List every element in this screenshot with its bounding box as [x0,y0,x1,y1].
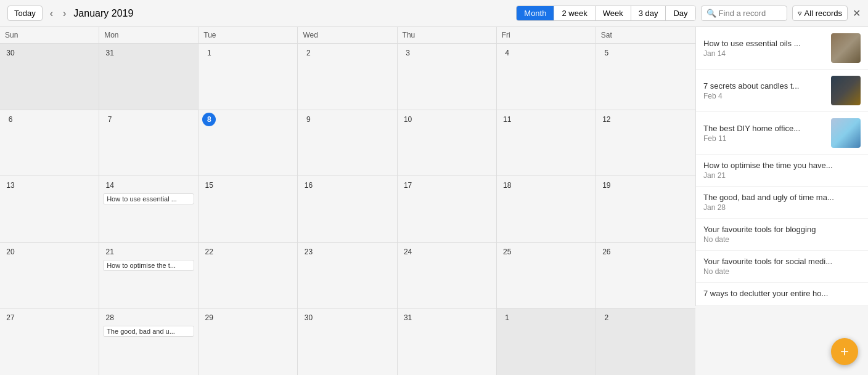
calendar-cell[interactable]: 28The good, bad and u... [99,308,199,375]
tab-2week[interactable]: 2 week [554,6,595,20]
sidebar-item-info: The best DIY home office...Feb 11 [703,124,825,143]
cell-number: 26 [600,245,613,259]
cell-number: 5 [600,46,613,60]
calendar-cell[interactable]: 30 [298,308,397,375]
calendar-cell[interactable]: 2 [596,308,695,375]
calendar-cell[interactable]: 20 [0,243,99,308]
sidebar-item-date: Jan 14 [703,49,825,58]
calendar-cell[interactable]: 4 [497,44,596,110]
sidebar-item-thumbnail [831,33,861,63]
calendar-cell[interactable]: 15 [199,176,298,242]
cell-number: 22 [202,245,216,259]
filter-label: All records [805,9,842,18]
calendar-cell[interactable]: 9 [298,110,397,176]
cell-number: 21 [103,245,117,259]
cell-number: 24 [401,245,415,259]
sidebar-item[interactable]: The good, bad and ugly of time ma...Jan … [696,187,868,219]
sidebar: How to use essential oils ...Jan 147 sec… [695,27,868,306]
calendar-cell[interactable]: 30 [0,44,99,110]
cell-number: 17 [401,179,415,192]
sidebar-item[interactable]: The best DIY home office...Feb 11 [696,112,868,155]
day-header-fri: Fri [497,27,596,43]
calendar-cell[interactable]: 10 [398,110,497,176]
calendar-cell[interactable]: 24 [398,243,497,308]
day-headers: Sun Mon Tue Wed Thu Fri Sat [0,27,695,44]
calendar-cell[interactable]: 31 [398,308,497,375]
prev-nav-button[interactable]: ‹ [47,7,55,20]
sidebar-item[interactable]: Your favourite tools for social medi...N… [696,251,868,283]
sidebar-item[interactable]: How to use essential oils ...Jan 14 [696,27,868,70]
calendar-cell[interactable]: 13 [0,176,99,242]
cell-number: 7 [103,113,117,126]
calendar-cell[interactable]: 23 [298,243,397,308]
calendar-cell[interactable]: 3 [398,44,497,110]
calendar-cell[interactable]: 17 [398,176,497,242]
tab-week[interactable]: Week [596,6,631,20]
cell-number: 28 [103,311,117,325]
day-header-wed: Wed [298,27,397,43]
cell-number: 6 [4,113,17,126]
cell-number: 23 [301,245,315,259]
event-pill[interactable]: How to use essential ... [103,193,194,204]
filter-icon: ▿ [798,9,802,18]
close-button[interactable]: ✕ [853,7,861,19]
calendar-cell[interactable]: 29 [199,308,298,375]
calendar-cell[interactable]: 7 [99,110,199,176]
calendar-cell[interactable]: 21How to optimise the t... [99,243,199,308]
sidebar-item[interactable]: 7 ways to declutter your entire ho... [696,283,868,306]
event-pill[interactable]: The good, bad and u... [103,326,194,337]
cell-number: 2 [301,46,315,60]
calendar-cell[interactable]: 1 [199,44,298,110]
tab-3day[interactable]: 3 day [631,6,666,20]
day-header-tue: Tue [199,27,298,43]
sidebar-item[interactable]: Your favourite tools for bloggingNo date [696,219,868,251]
cell-number: 29 [202,311,216,325]
calendar-cell[interactable]: 26 [596,243,695,308]
calendar-cell[interactable]: 5 [596,44,695,110]
calendar-cell[interactable]: 31 [99,44,199,110]
event-pill[interactable]: How to optimise the t... [103,260,194,271]
calendar-cell[interactable]: 1 [497,308,596,375]
calendar-cell[interactable]: 16 [298,176,397,242]
sidebar-item-info: The good, bad and ugly of time ma...Jan … [703,193,861,212]
search-input[interactable] [719,9,780,18]
filter-button[interactable]: ▿ All records [792,6,848,21]
calendar-cell[interactable]: 18 [497,176,596,242]
sidebar-item[interactable]: How to optimise the time you have...Jan … [696,155,868,187]
calendar-cell[interactable]: 2 [298,44,397,110]
sidebar-item-info: 7 ways to declutter your entire ho... [703,289,861,299]
cell-number: 31 [401,311,415,325]
tab-day[interactable]: Day [666,6,695,20]
main-area: Sun Mon Tue Wed Thu Fri Sat 303112345678… [0,27,868,375]
sidebar-item-title: The good, bad and ugly of time ma... [703,193,861,202]
calendar-cell[interactable]: 27 [0,308,99,375]
sidebar-item-title: 7 ways to declutter your entire ho... [703,289,861,298]
cell-number: 1 [202,46,216,60]
calendar-cell[interactable]: 8 [199,110,298,176]
sidebar-item-info: 7 secrets about candles t...Feb 4 [703,81,825,100]
sidebar-wrapper: How to use essential oils ...Jan 147 sec… [695,27,868,375]
next-nav-button[interactable]: › [60,7,68,20]
add-record-button[interactable]: + [831,338,858,365]
calendar-cell[interactable]: 25 [497,243,596,308]
cell-number: 9 [301,113,315,126]
calendar-cell[interactable]: 22 [199,243,298,308]
sidebar-item-info: Your favourite tools for social medi...N… [703,257,861,276]
sidebar-item-title: How to optimise the time you have... [703,161,861,170]
cell-number: 27 [4,311,17,325]
sidebar-item-date: Feb 4 [703,92,825,100]
calendar-cell[interactable]: 11 [497,110,596,176]
cell-number: 18 [501,179,514,192]
calendar-cell[interactable]: 6 [0,110,99,176]
today-button[interactable]: Today [7,6,43,21]
sidebar-item-date: No date [703,235,861,244]
sidebar-item-title: 7 secrets about candles t... [703,81,825,91]
day-header-mon: Mon [99,27,199,43]
calendar-cell[interactable]: 19 [596,176,695,242]
sidebar-item-thumbnail [831,118,861,148]
tab-month[interactable]: Month [517,6,554,20]
cell-number: 15 [202,179,216,192]
calendar-cell[interactable]: 12 [596,110,695,176]
calendar-cell[interactable]: 14How to use essential ... [99,176,199,242]
sidebar-item[interactable]: 7 secrets about candles t...Feb 4 [696,70,868,112]
